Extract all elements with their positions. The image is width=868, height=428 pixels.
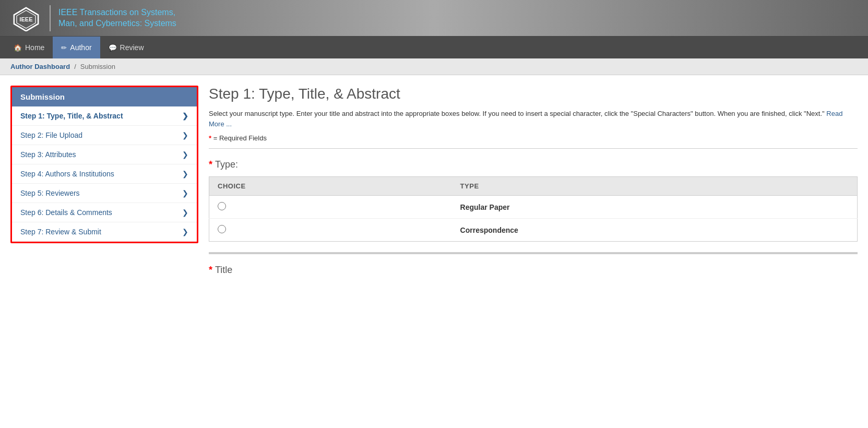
section-divider-1 xyxy=(209,148,858,149)
type-selection-table: CHOICE TYPE Regular Paper Correspondence xyxy=(209,176,858,242)
radio-correspondence[interactable] xyxy=(218,225,226,233)
submission-sidebar: Submission Step 1: Type, Title, & Abstra… xyxy=(10,86,198,243)
chevron-right-icon: ❯ xyxy=(182,150,188,159)
sidebar-step6-label: Step 6: Details & Comments xyxy=(20,208,112,217)
sidebar-item-step2[interactable]: Step 2: File Upload ❯ xyxy=(12,126,197,145)
chevron-right-icon: ❯ xyxy=(182,170,188,178)
sidebar-item-step7[interactable]: Step 7: Review & Submit ❯ xyxy=(12,222,197,242)
home-icon: 🏠 xyxy=(14,44,22,52)
nav-author[interactable]: ✏ Author xyxy=(53,37,100,58)
ieee-logo-icon: IEEE xyxy=(10,5,42,31)
type-required-star: * xyxy=(209,159,215,170)
chevron-right-icon: ❯ xyxy=(182,228,188,236)
nav-home-label: Home xyxy=(25,43,44,52)
title-section-heading: * Title xyxy=(209,265,858,276)
logo-area: IEEE IEEE Transactions on Systems, Man, … xyxy=(10,5,176,31)
chevron-right-icon: ❯ xyxy=(182,112,188,120)
step-description: Select your manuscript type. Enter your … xyxy=(209,109,858,129)
author-icon: ✏ xyxy=(61,44,67,52)
type-table-header-row: CHOICE TYPE xyxy=(209,177,858,196)
breadcrumb-separator: / xyxy=(74,63,76,70)
col-type-header: TYPE xyxy=(452,177,858,196)
nav-home[interactable]: 🏠 Home xyxy=(5,37,53,58)
nav-author-label: Author xyxy=(70,43,91,52)
sidebar-item-step4[interactable]: Step 4: Authors & Institutions ❯ xyxy=(12,164,197,184)
type-name-correspondence: Correspondence xyxy=(452,219,858,242)
journal-title: IEEE Transactions on Systems, Man, and C… xyxy=(58,7,176,29)
radio-cell-2[interactable] xyxy=(209,219,452,242)
svg-text:IEEE: IEEE xyxy=(19,16,32,22)
header-divider xyxy=(50,5,51,31)
table-row: Regular Paper xyxy=(209,196,858,219)
table-row: Correspondence xyxy=(209,219,858,242)
sidebar-step3-label: Step 3: Attributes xyxy=(20,150,76,159)
sidebar-item-step3[interactable]: Step 3: Attributes ❯ xyxy=(12,145,197,164)
sidebar-title: Submission xyxy=(12,87,197,106)
page-title: Step 1: Type, Title, & Abstract xyxy=(209,86,858,102)
sidebar-step4-label: Step 4: Authors & Institutions xyxy=(20,170,114,178)
chevron-right-icon: ❯ xyxy=(182,131,188,139)
sidebar-step5-label: Step 5: Reviewers xyxy=(20,189,80,197)
chevron-right-icon: ❯ xyxy=(182,208,188,217)
title-required-star: * xyxy=(209,265,215,275)
radio-regular-paper[interactable] xyxy=(218,202,226,210)
nav-review[interactable]: 💬 Review xyxy=(100,37,152,58)
main-content: Submission Step 1: Type, Title, & Abstra… xyxy=(0,75,868,290)
type-name-regular: Regular Paper xyxy=(452,196,858,219)
nav-review-label: Review xyxy=(120,43,144,52)
sidebar-item-step5[interactable]: Step 5: Reviewers ❯ xyxy=(12,184,197,203)
breadcrumb-home-link[interactable]: Author Dashboard xyxy=(10,63,70,70)
sidebar-step2-label: Step 2: File Upload xyxy=(20,131,82,139)
sidebar-item-step1[interactable]: Step 1: Type, Title, & Abstract ❯ xyxy=(12,106,197,126)
required-note: * = Required Fields xyxy=(209,134,858,142)
breadcrumb: Author Dashboard / Submission xyxy=(0,58,868,75)
breadcrumb-current: Submission xyxy=(80,63,115,70)
navbar: 🏠 Home ✏ Author 💬 Review xyxy=(0,37,868,58)
type-section-heading: * Type: xyxy=(209,159,858,170)
review-icon: 💬 xyxy=(109,44,117,52)
chevron-right-icon: ❯ xyxy=(182,189,188,197)
header: IEEE IEEE Transactions on Systems, Man, … xyxy=(0,0,868,37)
content-area: Step 1: Type, Title, & Abstract Select y… xyxy=(209,86,858,280)
sidebar-step1-label: Step 1: Type, Title, & Abstract xyxy=(20,112,123,120)
sidebar-item-step6[interactable]: Step 6: Details & Comments ❯ xyxy=(12,203,197,222)
radio-cell-1[interactable] xyxy=(209,196,452,219)
sidebar-step7-label: Step 7: Review & Submit xyxy=(20,228,101,236)
required-star: * xyxy=(209,134,211,142)
section-divider-2 xyxy=(209,252,858,254)
col-choice-header: CHOICE xyxy=(209,177,452,196)
